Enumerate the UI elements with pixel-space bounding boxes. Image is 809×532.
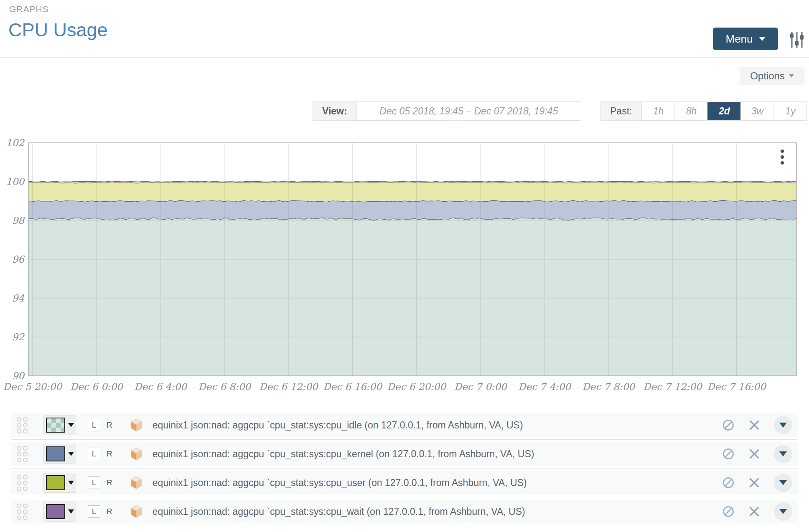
- metric-options-dropdown[interactable]: [774, 416, 792, 434]
- right-axis-toggle[interactable]: R: [107, 507, 112, 516]
- metric-cube-icon: [130, 505, 142, 518]
- chevron-down-icon: [68, 423, 74, 427]
- chevron-down-icon: [779, 509, 787, 514]
- legend-row: L R equinix1 json:nad: aggcpu `cpu_stat:…: [11, 500, 798, 523]
- metric-cube-icon: [130, 476, 142, 489]
- right-axis-toggle[interactable]: R: [107, 478, 112, 487]
- drag-handle-icon[interactable]: [17, 446, 29, 462]
- series-area-cpu_user: [28, 182, 796, 202]
- options-button-label: Options: [750, 70, 785, 82]
- legend: L R equinix1 json:nad: aggcpu `cpu_stat:…: [11, 413, 798, 529]
- svg-text:Dec 6 0:00: Dec 6 0:00: [70, 381, 124, 392]
- view-label: View:: [313, 102, 357, 120]
- legend-separator: [11, 439, 798, 440]
- right-axis-toggle[interactable]: R: [107, 449, 112, 459]
- left-axis-toggle[interactable]: L: [88, 419, 100, 431]
- legend-metric-label: equinix1 json:nad: aggcpu `cpu_stat:sys:…: [153, 477, 527, 489]
- svg-text:Dec 5 20:00: Dec 5 20:00: [3, 381, 63, 392]
- breadcrumb: GRAPHS: [9, 4, 49, 14]
- menu-button[interactable]: Menu: [713, 28, 778, 50]
- chevron-down-icon: [779, 480, 787, 485]
- right-axis-toggle[interactable]: R: [107, 421, 112, 430]
- chart-kebab-menu-button[interactable]: [774, 145, 791, 169]
- disable-metric-icon[interactable]: [722, 419, 735, 431]
- x-axis-labels: Dec 5 20:00Dec 6 0:00Dec 6 4:00Dec 6 8:0…: [3, 381, 767, 392]
- chevron-down-icon: [68, 481, 74, 485]
- chevron-down-icon: [779, 423, 787, 428]
- header-divider: [0, 57, 809, 58]
- svg-text:94: 94: [12, 293, 25, 304]
- metric-cube-icon: [130, 447, 142, 461]
- disable-metric-icon[interactable]: [722, 476, 735, 489]
- y-axis-labels: 1021009896949290: [6, 138, 25, 381]
- legend-separator: [11, 526, 798, 526]
- view-range-value[interactable]: Dec 05 2018, 19:45 – Dec 07 2018, 19:45: [357, 102, 581, 120]
- remove-metric-icon[interactable]: [748, 476, 761, 489]
- filter-sliders-icon[interactable]: [789, 31, 805, 48]
- drag-handle-icon[interactable]: [17, 417, 29, 433]
- chevron-down-icon: [68, 452, 74, 456]
- legend-row: L R equinix1 json:nad: aggcpu `cpu_stat:…: [11, 442, 798, 466]
- svg-text:Dec 7 12:00: Dec 7 12:00: [643, 381, 703, 392]
- menu-button-label: Menu: [725, 33, 753, 46]
- chevron-down-icon: [759, 37, 766, 41]
- past-range-1y[interactable]: 1y: [773, 102, 806, 120]
- svg-text:100: 100: [6, 176, 25, 187]
- metric-options-dropdown[interactable]: [774, 502, 792, 521]
- legend-row: L R equinix1 json:nad: aggcpu `cpu_stat:…: [11, 471, 798, 494]
- svg-text:Dec 7 8:00: Dec 7 8:00: [582, 381, 636, 392]
- legend-metric-label: equinix1 json:nad: aggcpu `cpu_stat:sys:…: [153, 506, 525, 517]
- svg-text:98: 98: [12, 215, 25, 226]
- chevron-down-icon: [779, 451, 787, 456]
- series-area-cpu_idle: [28, 218, 796, 376]
- left-axis-toggle[interactable]: L: [88, 476, 100, 489]
- svg-text:92: 92: [12, 332, 25, 342]
- color-swatch-button[interactable]: [43, 444, 76, 464]
- disable-metric-icon[interactable]: [722, 505, 735, 518]
- past-label: Past:: [601, 102, 641, 120]
- options-button[interactable]: Options: [740, 67, 804, 85]
- legend-separator: [11, 497, 798, 497]
- svg-text:96: 96: [12, 254, 25, 265]
- chevron-down-icon: [68, 509, 74, 514]
- past-range-group: Past: 1h8h2d3w1y: [600, 101, 807, 121]
- metric-cube-icon: [130, 418, 142, 432]
- disable-metric-icon[interactable]: [722, 448, 735, 460]
- remove-metric-icon[interactable]: [748, 419, 761, 431]
- color-swatch-button[interactable]: [43, 502, 76, 522]
- past-range-1h[interactable]: 1h: [641, 102, 674, 120]
- chart-canvas[interactable]: 1021009896949290Dec 5 20:00Dec 6 0:00Dec…: [0, 138, 801, 405]
- swatch-color: [46, 475, 65, 490]
- left-axis-toggle[interactable]: L: [88, 505, 100, 518]
- past-range-8h[interactable]: 8h: [674, 102, 707, 120]
- page-title: CPU Usage: [8, 19, 108, 41]
- cpu-usage-chart[interactable]: 1021009896949290Dec 5 20:00Dec 6 0:00Dec…: [0, 138, 809, 405]
- kebab-dot: [781, 149, 784, 153]
- swatch-color: [46, 418, 65, 433]
- legend-metric-label: equinix1 json:nad: aggcpu `cpu_stat:sys:…: [153, 448, 534, 460]
- svg-text:Dec 7 16:00: Dec 7 16:00: [707, 381, 767, 392]
- remove-metric-icon[interactable]: [748, 505, 761, 518]
- past-range-2d[interactable]: 2d: [707, 102, 740, 120]
- swatch-color: [46, 504, 65, 519]
- left-axis-toggle[interactable]: L: [88, 448, 100, 460]
- color-swatch-button[interactable]: [43, 473, 76, 493]
- drag-handle-icon[interactable]: [17, 504, 29, 520]
- view-range-control: View: Dec 05 2018, 19:45 – Dec 07 2018, …: [313, 101, 581, 121]
- metric-options-dropdown[interactable]: [774, 445, 792, 463]
- drag-handle-icon[interactable]: [17, 475, 29, 491]
- svg-text:Dec 6 12:00: Dec 6 12:00: [259, 381, 319, 392]
- svg-text:102: 102: [6, 138, 25, 148]
- series-area-cpu_kernel: [28, 200, 796, 220]
- swatch-color: [46, 446, 65, 461]
- remove-metric-icon[interactable]: [748, 448, 761, 460]
- svg-text:Dec 6 20:00: Dec 6 20:00: [387, 381, 447, 392]
- chevron-down-icon: [789, 74, 794, 78]
- kebab-dot: [781, 155, 784, 159]
- svg-text:Dec 6 4:00: Dec 6 4:00: [134, 381, 188, 392]
- past-range-3w[interactable]: 3w: [740, 102, 773, 120]
- color-swatch-button[interactable]: [43, 415, 76, 435]
- metric-options-dropdown[interactable]: [774, 474, 792, 492]
- svg-text:Dec 6 16:00: Dec 6 16:00: [323, 381, 383, 392]
- legend-separator: [11, 468, 798, 469]
